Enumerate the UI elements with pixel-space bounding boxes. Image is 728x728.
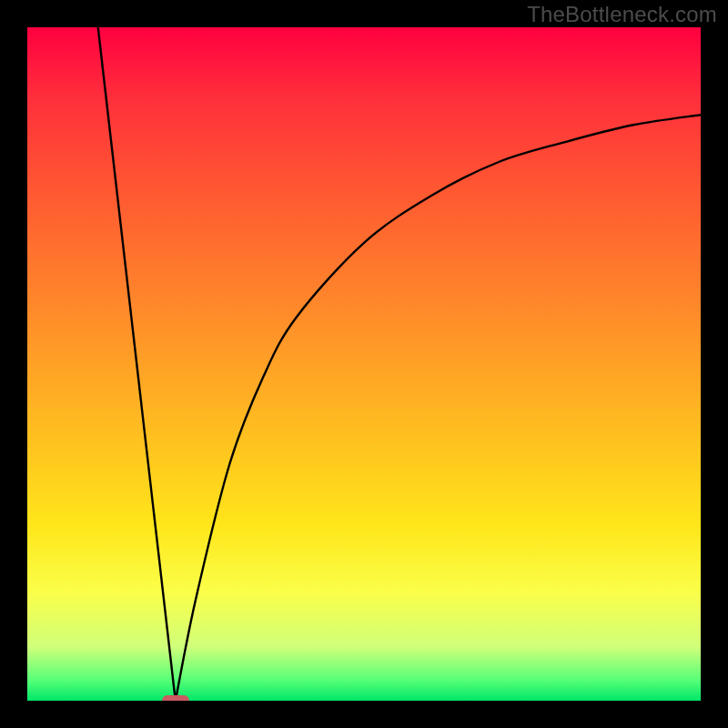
curve-layer [27,27,701,701]
min-marker [162,695,189,701]
plot-area [27,27,701,701]
curve-left-segment [98,27,176,701]
chart-frame: TheBottleneck.com [0,0,728,728]
watermark-text: TheBottleneck.com [527,2,717,27]
curve-right-segment [176,115,701,701]
